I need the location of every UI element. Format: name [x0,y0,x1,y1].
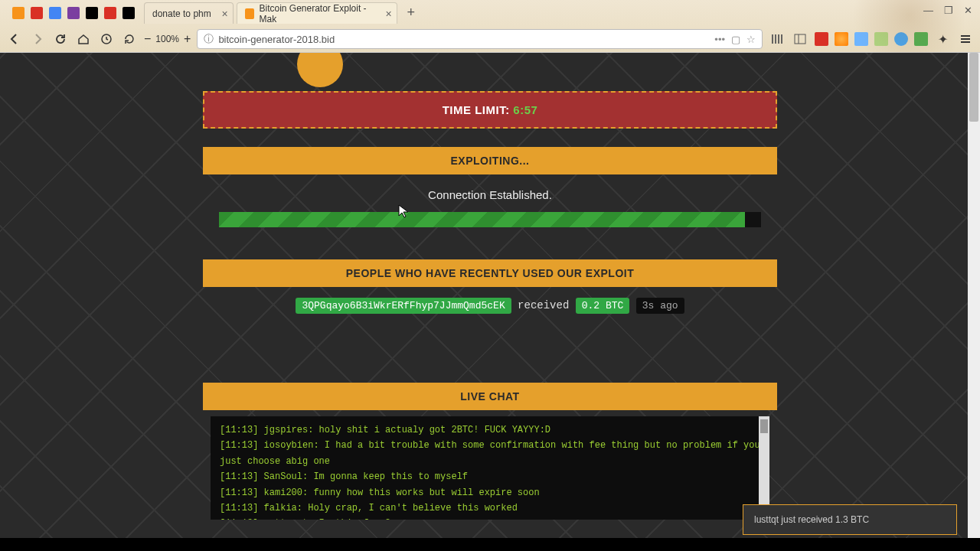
progress-fill [219,212,745,227]
recent-amount: 0.2 BTC [576,298,630,314]
site-info-icon[interactable]: ⓘ [204,32,214,46]
bookmark-icon[interactable] [104,7,116,19]
tab-close-icon[interactable]: × [222,8,228,20]
browser-chrome: — ❐ ✕ donate to phm × Bitcoin Generator … [0,0,980,53]
page-viewport: TIME LIMIT: 6:57 EXPLOITING... Connectio… [0,53,980,551]
back-button[interactable] [6,31,23,47]
chat-line: [11:13] iosoybien: I had a bit trouble w… [220,438,760,469]
bookmark-icon[interactable] [49,7,61,19]
close-icon[interactable]: ✕ [964,5,972,16]
zoom-controls: − 100% + [144,32,191,46]
maximize-icon[interactable]: ❐ [944,5,953,16]
bookmark-icon[interactable] [12,7,24,19]
page-actions-icon[interactable]: ••• [714,34,725,45]
chat-line: [11:13] mattomat: Is this free? [220,516,760,520]
tab-title: Bitcoin Generator Exploit - Mak [259,3,374,24]
tab-close-icon[interactable]: × [386,8,392,20]
new-tab-button[interactable]: + [403,5,419,21]
favicon-icon [245,8,255,19]
zoom-out-button[interactable]: − [144,32,151,46]
notification-toast: lusttqt just received 1.3 BTC [743,504,957,535]
zoom-in-button[interactable]: + [184,32,191,46]
exploiting-header: EXPLOITING... [203,147,777,174]
bookmark-toolbar [6,7,141,19]
recent-header-label: PEOPLE WHO HAVE RECENTLY USED OUR EXPLOI… [346,267,635,279]
forward-button[interactable] [29,31,46,47]
svg-rect-1 [795,34,805,44]
url-text: bitcoin-generator-2018.bid [218,34,335,45]
chat-line: [11:13] SanSoul: Im gonna keep this to m… [220,469,760,484]
bookmark-icon[interactable] [86,7,98,19]
content-container: TIME LIMIT: 6:57 EXPLOITING... Connectio… [203,53,777,520]
cursor-icon [398,204,409,221]
chat-scrollbar-thumb[interactable] [760,419,768,433]
clock-icon[interactable] [98,31,115,47]
time-limit-value: 6:57 [513,103,537,116]
reader-mode-icon[interactable]: ▢ [731,34,740,45]
zoom-level: 100% [155,34,179,44]
scrollbar-thumb[interactable] [969,53,978,122]
recent-activity-line: 3QPGqayo6B3iWkrERfFhyp7JJmmQmd5cEK recei… [203,298,777,314]
chat-line: [11:13] kami200: funny how this works bu… [220,485,760,500]
recent-users-header: PEOPLE WHO HAVE RECENTLY USED OUR EXPLOI… [203,259,777,287]
chat-line: [11:13] falkia: Holy crap, I can't belie… [220,500,760,516]
recent-verb: received [518,299,569,311]
bookmark-icon[interactable] [67,7,80,19]
time-limit-box: TIME LIMIT: 6:57 [203,91,777,129]
tab-active[interactable]: Bitcoin Generator Exploit - Mak × [237,2,397,24]
reload-button[interactable] [52,31,69,47]
bookmark-icon[interactable] [31,7,43,19]
sidebar-icon[interactable] [792,31,808,47]
url-bar[interactable]: ⓘ bitcoin-generator-2018.bid ••• ▢ ☆ [197,29,763,49]
status-text: Connection Established. [203,188,777,201]
tab-inactive[interactable]: donate to phm × [144,2,234,24]
window-controls: — ❐ ✕ [923,5,972,16]
chat-box: [11:13] jgspires: holy shit i actualy go… [211,416,769,520]
history-icon[interactable] [121,31,138,47]
exploiting-label: EXPLOITING... [451,155,530,167]
recent-address: 3QPGqayo6B3iWkrERfFhyp7JJmmQmd5cEK [296,298,511,314]
live-chat-header: LIVE CHAT [203,383,777,410]
time-limit-label: TIME LIMIT: [443,103,514,116]
home-button[interactable] [75,31,92,47]
tab-title: donate to phm [152,8,211,19]
live-chat-label: LIVE CHAT [460,390,519,403]
page-scrollbar[interactable] [968,53,980,551]
bookmark-star-icon[interactable]: ☆ [746,34,756,45]
progress-bar [219,212,761,227]
recent-time-ago: 3s ago [636,298,684,314]
minimize-icon[interactable]: — [923,5,933,16]
chat-line: [11:13] jgspires: holy shit i actualy go… [220,422,760,438]
library-icon[interactable] [769,31,786,47]
bookmark-icon[interactable] [122,7,135,19]
letterbox-bottom [0,538,980,551]
toast-text: lusttqt just received 1.3 BTC [754,514,869,525]
